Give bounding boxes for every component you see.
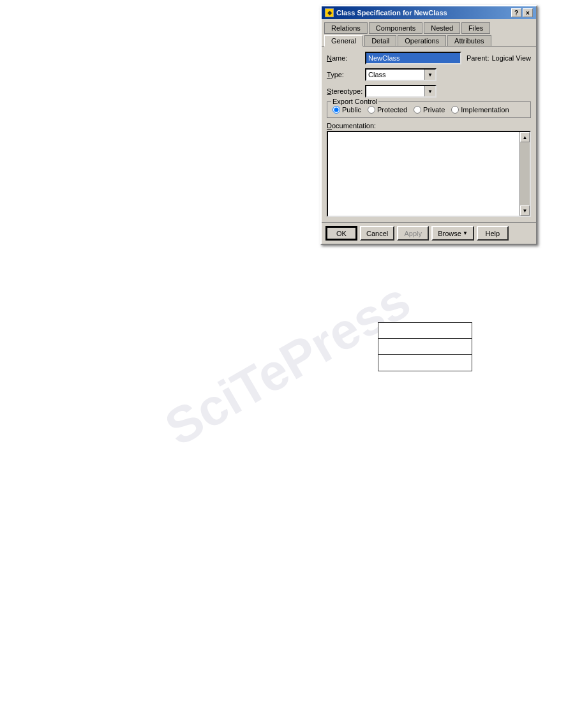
doc-scrollbar: ▲ ▼	[519, 132, 530, 216]
dialog-window: ◆ Class Specification for NewClass ? × R…	[320, 5, 537, 245]
browse-arrow-icon: ▼	[463, 230, 468, 236]
stereotype-dropdown-btn[interactable]: ▼	[424, 86, 435, 96]
tabs-row-1: Relations Components Nested Files	[322, 19, 536, 33]
class-diagram-box	[378, 322, 472, 371]
dialog-title: Class Specification for NewClass	[336, 9, 447, 17]
type-dropdown[interactable]: Class ▼	[365, 68, 437, 81]
tab-detail[interactable]: Detail	[364, 35, 396, 47]
name-label: Name:	[327, 54, 365, 62]
scroll-up-btn[interactable]: ▲	[520, 132, 530, 142]
export-control-group: Export Control Public Protected Private …	[327, 101, 531, 118]
class-box-name-section	[378, 323, 472, 339]
tab-relations[interactable]: Relations	[324, 22, 368, 34]
title-bar-left: ◆ Class Specification for NewClass	[325, 8, 447, 17]
scroll-down-btn[interactable]: ▼	[520, 205, 530, 216]
scroll-track[interactable]	[520, 142, 530, 205]
radio-implementation[interactable]: Implementation	[451, 106, 509, 114]
tab-operations[interactable]: Operations	[398, 35, 446, 47]
parent-label: Parent:	[467, 54, 489, 62]
documentation-area[interactable]: ▲ ▼	[327, 131, 531, 217]
export-control-label: Export Control	[331, 98, 378, 105]
parent-value: Logical View	[491, 54, 531, 62]
radio-public-input[interactable]	[332, 106, 340, 114]
radio-protected[interactable]: Protected	[368, 106, 407, 114]
stereotype-value	[366, 91, 424, 92]
radio-private[interactable]: Private	[414, 106, 445, 114]
apply-button[interactable]: Apply	[397, 226, 429, 241]
dialog-body: Name: Parent: Logical View Type: Class ▼…	[322, 46, 536, 222]
radio-private-input[interactable]	[414, 106, 421, 114]
radio-row: Public Protected Private Implementation	[332, 106, 525, 114]
dialog-footer: OK Cancel Apply Browse ▼ Help	[322, 222, 536, 244]
radio-private-label: Private	[423, 106, 445, 114]
dialog-icon: ◆	[325, 8, 334, 17]
radio-implementation-input[interactable]	[451, 106, 459, 114]
stereotype-label: Stereotype:	[327, 87, 365, 95]
tab-components[interactable]: Components	[369, 22, 422, 34]
help-title-btn[interactable]: ?	[511, 8, 521, 17]
ok-button[interactable]: OK	[325, 226, 357, 241]
stereotype-dropdown[interactable]: ▼	[365, 85, 437, 98]
name-row: Name: Parent: Logical View	[327, 52, 531, 64]
documentation-section: Documentation: ▲ ▼	[327, 122, 531, 217]
tab-files[interactable]: Files	[461, 22, 490, 34]
class-box-ops-section	[378, 355, 472, 371]
radio-public[interactable]: Public	[332, 106, 361, 114]
documentation-label: Documentation:	[327, 122, 531, 130]
close-title-btn[interactable]: ×	[523, 8, 533, 17]
type-value: Class	[366, 70, 424, 79]
radio-protected-label: Protected	[377, 106, 407, 114]
type-dropdown-btn[interactable]: ▼	[424, 70, 435, 80]
tab-general[interactable]: General	[324, 35, 363, 47]
tab-attributes[interactable]: Attributes	[447, 35, 491, 47]
name-input[interactable]	[365, 52, 461, 64]
stereotype-row: Stereotype: ▼	[327, 85, 531, 98]
type-row: Type: Class ▼	[327, 68, 531, 81]
help-button[interactable]: Help	[477, 226, 509, 241]
tabs-row-2: General Detail Operations Attributes	[322, 33, 536, 46]
type-label: Type:	[327, 71, 365, 78]
radio-public-label: Public	[342, 106, 361, 114]
browse-button[interactable]: Browse ▼	[431, 226, 474, 241]
cancel-button[interactable]: Cancel	[360, 226, 394, 241]
class-box-attrs-section	[378, 339, 472, 355]
tab-nested[interactable]: Nested	[424, 22, 460, 34]
title-bar: ◆ Class Specification for NewClass ? ×	[322, 6, 536, 19]
title-bar-buttons: ? ×	[511, 8, 533, 17]
radio-implementation-label: Implementation	[461, 106, 509, 114]
radio-protected-input[interactable]	[368, 106, 375, 114]
